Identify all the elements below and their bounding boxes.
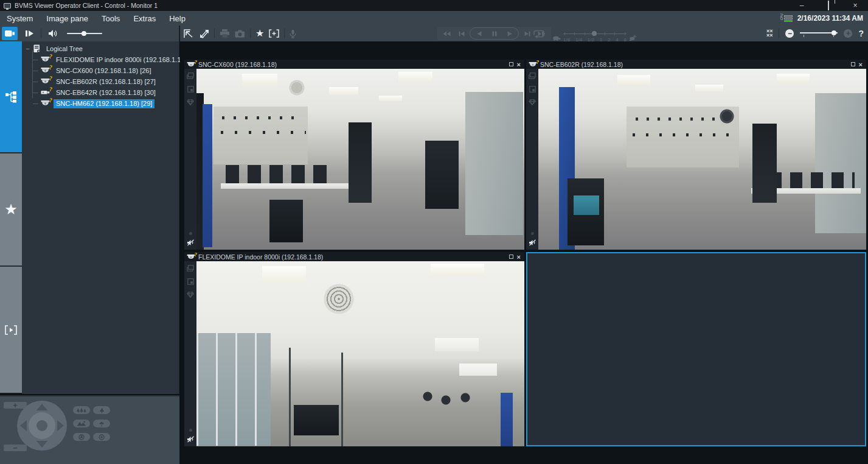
zoom-wide-button[interactable] [73,406,90,414]
dome-camera-icon: ? [187,62,195,68]
snapshot-button[interactable] [235,30,245,38]
select-image-pane-button[interactable] [184,29,195,38]
iris-open-icon [99,434,105,440]
loop-playback-button[interactable] [533,29,545,38]
menu-system[interactable]: System [0,11,40,26]
menu-tools[interactable]: Tools [95,11,127,26]
pane-maximize-button[interactable] [509,62,513,66]
image-pane-cx600[interactable]: ? SNC-CX600 (192.168.1.18) × [184,60,524,250]
dome-camera-icon: ? [41,100,50,108]
turtle-icon [552,35,561,41]
volume-slider[interactable] [67,31,102,36]
org-tree-icon [5,91,17,103]
restore-button[interactable] [824,1,833,10]
tab-favorites[interactable]: ★ [0,153,22,265]
pane-close-button[interactable]: × [859,62,863,68]
window-title: BVMS Viewer Operator Client - Control - … [15,2,158,9]
server-icon [33,44,41,53]
speed-slider[interactable]: 1/8 1/4 1/2 1 2 4 8 [563,30,627,41]
menu-extras[interactable]: Extras [127,11,162,26]
pane-maximize-button[interactable] [509,255,513,259]
reference-image-icon[interactable] [187,278,194,285]
pane-header[interactable]: ? FLEXIDOME IP indoor 8000i (192.168.1.1… [184,252,524,261]
tab-sequences[interactable] [0,267,22,393]
rewind-button[interactable] [440,29,453,38]
menu-image-pane[interactable]: Image pane [40,11,95,26]
image-pane-empty-selected[interactable] [526,252,866,446]
reference-image-icon[interactable] [529,86,536,93]
reference-image-button[interactable] [269,29,279,38]
iris-close-button[interactable] [73,433,90,441]
pane-side-strip [526,69,538,250]
print-button[interactable] [220,29,230,38]
iris-open-button[interactable] [93,433,110,441]
layers-icon[interactable] [529,72,536,79]
audio-muted-icon[interactable] [187,239,195,246]
speaker-icon [48,29,58,38]
audio-muted-icon[interactable] [529,239,536,246]
ptz-control-panel: + − [0,395,179,464]
status-dot [531,232,534,235]
zoom-tele-button[interactable] [93,406,110,414]
pane-close-button[interactable]: × [517,254,521,260]
step-back-button[interactable] [455,29,468,38]
focus-far-button[interactable] [73,420,90,427]
pane-title: FLEXIDOME IP indoor 8000i (192.168.1.18) [198,253,323,261]
pane-title: SNC-EB602R (192.168.1.18) [540,61,623,68]
transcode-gem-icon[interactable] [187,292,194,298]
pane-close-button[interactable]: × [517,62,521,68]
audio-muted-icon[interactable] [187,436,195,443]
close-all-panes-button[interactable]: ×××× [766,29,773,38]
tree-item-hm662[interactable]: ? SNC-HM662 (192.168.1.18) [29] [41,98,179,109]
help-button[interactable]: ? [858,29,864,38]
favorite-button[interactable]: ★ [255,29,264,38]
video-feed[interactable] [538,69,866,250]
transcode-gem-icon[interactable] [187,99,194,105]
layers-icon[interactable] [187,265,194,272]
ptz-zoom-in-button[interactable]: + [4,402,27,409]
bar-play-icon [25,30,34,37]
play-reverse-button[interactable] [473,29,485,38]
selected-tree-item-label: SNC-HM662 (192.168.1.18) [29] [54,99,155,108]
microphone-button[interactable] [290,29,296,38]
tab-logical-tree[interactable] [0,41,22,152]
ptz-zoom-out-button[interactable]: − [4,445,27,451]
tree-item-flexidome[interactable]: ? FLEXIDOME IP indoor 8000i (192.168.1.1… [41,54,179,65]
layers-icon[interactable] [187,72,194,79]
pane-maximize-button[interactable] [851,62,855,66]
ptz-down-arrow[interactable] [36,441,47,448]
play-button[interactable] [503,29,516,38]
pane-header[interactable]: ? SNC-CX600 (192.168.1.18) × [184,60,524,69]
tree-root[interactable]: − Logical Tree [22,43,179,54]
tree-item-eb602r[interactable]: ? SNC-EB602R (192.168.1.18) [27] [41,76,179,87]
ptz-joystick[interactable] [17,401,67,451]
focus-near-button[interactable] [93,420,110,427]
menu-help[interactable]: Help [162,11,192,26]
ptz-left-arrow[interactable] [20,420,27,431]
tree-expander[interactable]: − [25,45,30,52]
more-panes-button[interactable]: + [844,29,852,38]
instant-playback-button[interactable] [21,27,37,40]
close-button[interactable]: × [851,1,859,10]
minimize-button[interactable]: – [797,1,806,10]
maximize-pane-button[interactable] [200,29,209,38]
audio-button[interactable] [45,27,61,40]
fewer-panes-button[interactable]: − [785,29,794,38]
pane-count-slider[interactable] [800,30,838,37]
image-pane-eb602r[interactable]: ? SNC-EB602R (192.168.1.18) × [526,60,866,250]
ptz-joystick-center [36,420,47,431]
video-feed[interactable] [196,69,524,250]
reference-image-icon[interactable] [187,86,194,93]
pane-header[interactable]: ? SNC-EB602R (192.168.1.18) × [526,60,866,69]
video-feed[interactable] [196,261,524,446]
pause-button[interactable] [488,29,501,38]
transcode-gem-icon[interactable] [529,99,536,105]
tree-item-eb642r[interactable]: ? SNC-EB642R (192.168.1.18) [30] [41,87,179,98]
step-forward-button[interactable] [521,29,533,38]
dome-camera-icon: ? [187,254,195,261]
ptz-right-arrow[interactable] [57,420,64,431]
live-mode-button[interactable] [2,27,18,40]
tree-item-cx600[interactable]: ? SNC-CX600 (192.168.1.18) [26] [41,65,179,76]
ptz-up-arrow[interactable] [36,404,47,410]
image-pane-flexidome[interactable]: ? FLEXIDOME IP indoor 8000i (192.168.1.1… [184,252,524,446]
